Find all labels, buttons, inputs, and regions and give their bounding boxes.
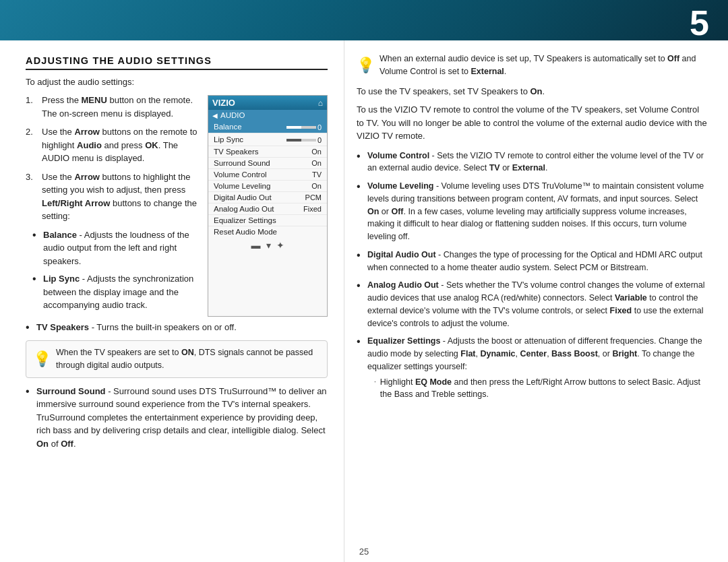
- main-content: ADJUSTING THE AUDIO SETTINGS To adjust t…: [0, 40, 728, 562]
- page-number-top: 5: [690, 5, 709, 40]
- menu-item-tv-speakers: TV Speakers On: [208, 146, 327, 158]
- tv-speakers-bullet-list: • TV Speakers - Turns the built-in speak…: [26, 321, 328, 334]
- intro-text: To adjust the audio settings:: [26, 77, 328, 87]
- equalizer-bullet: • Equalizer Settings - Adjusts the boost…: [357, 335, 708, 402]
- surround-bullet: • Surround Sound - Surround sound uses D…: [26, 385, 328, 451]
- menu-item-equalizer: Equalizer Settings: [208, 215, 327, 226]
- right-tip-text: When an external audio device is set up,…: [380, 53, 708, 78]
- eq-sub-bullet-1: · Highlight EQ Mode and then press the L…: [374, 376, 708, 402]
- tv-speakers-bullet: • TV Speakers - Turns the built-in speak…: [26, 321, 328, 334]
- menu-icon-2: ▾: [266, 240, 271, 251]
- menu-item-reset: Reset Audio Mode: [208, 226, 327, 237]
- tip-icon-1: 💡: [33, 348, 49, 370]
- menu-icon-3: ✦: [276, 240, 284, 251]
- menu-item-volume-control: Volume Control TV: [208, 169, 327, 181]
- steps-and-menu: 1. Press the MENU button on the remote. …: [26, 94, 328, 317]
- vizio-menu-controls: ▬ ▾ ✦: [208, 237, 327, 251]
- volume-leveling-bullet: • Volume Leveling - Volume leveling uses…: [357, 180, 708, 243]
- tip-icon-2: 💡: [357, 54, 373, 76]
- eq-sub-bullets: · Highlight EQ Mode and then press the L…: [374, 376, 708, 402]
- left-column: ADJUSTING THE AUDIO SETTINGS To adjust t…: [0, 40, 344, 562]
- digital-audio-bullet: • Digital Audio Out - Changes the type o…: [357, 249, 708, 274]
- menu-icon-1: ▬: [251, 240, 261, 251]
- analog-audio-bullet: • Analog Audio Out - Sets whether the TV…: [357, 279, 708, 330]
- steps-list: 1. Press the MENU button on the remote. …: [26, 94, 198, 223]
- vizio-menu-header: VIZIO ⌂: [208, 96, 327, 110]
- step-3: 3. Use the Arrow buttons to highlight th…: [26, 170, 198, 223]
- vizio-audio-row: ◀ AUDIO: [208, 110, 327, 121]
- audio-label: AUDIO: [220, 111, 245, 119]
- vizio-menu: VIZIO ⌂ ◀ AUDIO Balance 0: [208, 95, 328, 317]
- step-2: 2. Use the Arrow buttons on the remote t…: [26, 125, 198, 165]
- vizio-brand: VIZIO: [212, 98, 235, 108]
- top-bar: [0, 0, 728, 40]
- page-number-bottom: 25: [359, 547, 369, 557]
- menu-item-surround: Surround Sound On: [208, 158, 327, 169]
- balance-bullet: • Balance - Adjusts the loudness of the …: [32, 228, 198, 268]
- menu-item-volume-leveling: Volume Leveling On: [208, 181, 327, 192]
- menu-item-balance: Balance 0: [208, 121, 327, 133]
- right-tip-box: 💡 When an external audio device is set u…: [357, 53, 708, 78]
- menu-item-digital-audio: Digital Audio Out PCM: [208, 192, 327, 204]
- right-bullet-list: • Volume Control - Sets the VIZIO TV rem…: [357, 150, 708, 403]
- section-title: ADJUSTING THE AUDIO SETTINGS: [26, 55, 328, 70]
- lipsync-bullet: • Lip Sync - Adjusts the synchronization…: [32, 272, 198, 312]
- menu-item-lipsync: Lip Sync 0: [208, 133, 327, 146]
- setting-bullets: • Balance - Adjusts the loudness of the …: [32, 228, 198, 312]
- volume-control-bullet: • Volume Control - Sets the VIZIO TV rem…: [357, 150, 708, 175]
- steps-col: 1. Press the MENU button on the remote. …: [26, 94, 198, 317]
- step-1: 1. Press the MENU button on the remote. …: [26, 94, 198, 120]
- arrow-left-icon: ◀: [212, 112, 218, 119]
- home-icon: ⌂: [318, 98, 323, 108]
- surround-bullet-list: • Surround Sound - Surround sound uses D…: [26, 385, 328, 451]
- right-para: To us the VIZIO TV remote to control the…: [357, 103, 708, 143]
- right-line-2: To use the TV speakers, set TV Speakers …: [357, 85, 708, 98]
- menu-item-analog-audio: Analog Audio Out Fixed: [208, 204, 327, 215]
- tip-box-1: 💡 When the TV speakers are set to ON, DT…: [26, 340, 328, 378]
- tip-text-1: When the TV speakers are set to ON, DTS …: [56, 346, 320, 372]
- right-column: 💡 When an external audio device is set u…: [344, 40, 728, 562]
